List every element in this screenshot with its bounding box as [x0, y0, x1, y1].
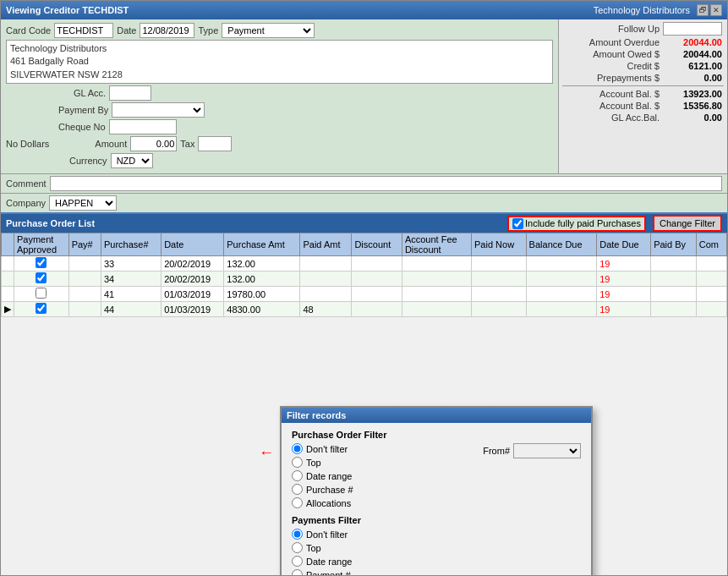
credit-label: Credit $: [564, 61, 663, 71]
th-acc-fee: Account FeeDiscount: [402, 233, 471, 256]
pay-approved-cell[interactable]: [14, 287, 69, 302]
po-radio-dont-filter-input[interactable]: [292, 443, 303, 454]
restore-button[interactable]: 🗗: [697, 4, 709, 16]
pur-amt-cell: 19780.00: [224, 287, 300, 302]
po-radio-top-input[interactable]: [292, 457, 303, 468]
gl-acc-input[interactable]: [109, 85, 151, 101]
com-cell: [696, 302, 726, 317]
po-radio-allocations-input[interactable]: [292, 497, 303, 508]
from-select[interactable]: [513, 443, 581, 458]
pay-approved-checkbox[interactable]: [36, 257, 47, 268]
title-bar: Viewing Creditor TECHDIST Technology Dis…: [1, 1, 727, 19]
include-fully-paid-checkbox[interactable]: [512, 218, 523, 229]
payments-filter-title: Payments Filter: [292, 515, 581, 525]
account-bal1-value: 13923.00: [663, 89, 722, 99]
table-row[interactable]: 3320/02/2019132.0019: [2, 256, 727, 272]
top-section: Card Code Date Type Payment Technology D…: [1, 19, 727, 174]
change-filter-button[interactable]: Change Filter: [653, 215, 722, 232]
gl-acc-bal-label: GL Acc.Bal.: [564, 112, 663, 123]
pur-amt-cell: 132.00: [224, 256, 300, 272]
close-button[interactable]: ✕: [710, 4, 722, 16]
acc-fee-cell: [402, 256, 471, 272]
amount-overdue-row: Amount Overdue 20044.00: [562, 36, 724, 48]
date-cell: 01/03/2019: [161, 302, 224, 317]
paid-by-cell: [651, 256, 697, 272]
include-fully-paid-label[interactable]: Include fully paid Purchases: [507, 216, 646, 232]
pay-radio-dont-filter: Don't filter: [292, 529, 581, 540]
pay-radio-payment-input[interactable]: [292, 569, 303, 575]
arrow-indicator: ←: [259, 444, 274, 462]
company-label: Company: [6, 198, 46, 208]
comment-input[interactable]: [50, 176, 722, 191]
pay-radio-date-range: Date range: [292, 556, 581, 567]
com-cell: [696, 272, 726, 287]
row-arrow: ▶: [2, 302, 14, 317]
paid-amt-cell: [300, 287, 352, 302]
amount-label: Amount: [95, 139, 127, 149]
bal-due-cell: [526, 287, 597, 302]
pay-cell: [68, 302, 101, 317]
paid-amt-cell: 48: [300, 302, 352, 317]
main-window: Viewing Creditor TECHDIST Technology Dis…: [0, 0, 728, 576]
credit-row: Credit $ 6121.00: [562, 60, 724, 72]
pay-approved-checkbox[interactable]: [36, 288, 47, 299]
cheque-input[interactable]: [109, 119, 177, 134]
acc-fee-cell: [402, 302, 471, 317]
table-row[interactable]: 3420/02/2019132.0019: [2, 272, 727, 287]
pay-approved-cell[interactable]: [14, 302, 69, 317]
card-code-input[interactable]: [54, 23, 113, 38]
paid-by-cell: [651, 302, 697, 317]
follow-up-input[interactable]: [663, 22, 722, 36]
date-due-cell: 19: [597, 287, 651, 302]
pay-radio-top-input[interactable]: [292, 542, 303, 553]
amount-owed-label: Amount Owed $: [564, 49, 663, 59]
include-fully-paid-text: Include fully paid Purchases: [525, 218, 641, 228]
po-radio-date-range: Date range: [292, 470, 353, 481]
gl-acc-bal-value: 0.00: [663, 112, 722, 123]
discount-cell: [352, 302, 402, 317]
pay-approved-cell[interactable]: [14, 256, 69, 272]
window-title: Viewing Creditor TECHDIST: [6, 5, 129, 15]
type-label: Type: [198, 25, 218, 36]
currency-select[interactable]: NZD: [111, 153, 153, 168]
po-table: PaymentApproved Pay# Purchase# Date Purc…: [1, 233, 727, 317]
th-arrow: [2, 233, 14, 256]
from-section: From#: [483, 443, 581, 458]
po-radio-date-range-input[interactable]: [292, 470, 303, 481]
table-container: PaymentApproved Pay# Purchase# Date Purc…: [1, 233, 727, 575]
paid-now-cell: [472, 302, 527, 317]
th-paid-now: Paid Now: [472, 233, 527, 256]
pay-approved-cell[interactable]: [14, 272, 69, 287]
acc-fee-cell: [402, 272, 471, 287]
acc-fee-cell: [402, 287, 471, 302]
purchase-cell: 34: [101, 272, 161, 287]
po-radio-group: Don't filter Top Date range: [292, 443, 353, 508]
pay-cell: [68, 256, 101, 272]
th-discount: Discount: [352, 233, 402, 256]
th-pay-approved: PaymentApproved: [14, 233, 69, 256]
address-line-3: SILVERWATER NSW 2128: [10, 69, 549, 81]
date-input[interactable]: [140, 23, 194, 38]
po-radio-purchase-input[interactable]: [292, 484, 303, 495]
amount-input[interactable]: [130, 136, 177, 151]
date-cell: 20/02/2019: [161, 272, 224, 287]
no-dollars-text: No Dollars: [6, 139, 49, 149]
po-radio-top: Top: [292, 457, 353, 468]
table-header-row: PaymentApproved Pay# Purchase# Date Purc…: [2, 233, 727, 256]
purchase-cell: 44: [101, 302, 161, 317]
po-radio-date-range-label: Date range: [306, 471, 352, 481]
discount-cell: [352, 272, 402, 287]
pay-radio-dont-filter-input[interactable]: [292, 529, 303, 540]
table-row[interactable]: 4101/03/201919780.0019: [2, 287, 727, 302]
pay-radio-date-range-input[interactable]: [292, 556, 303, 567]
pay-approved-checkbox[interactable]: [36, 272, 47, 283]
payment-by-select[interactable]: [112, 102, 205, 118]
prepayments-label: Prepayments $: [564, 73, 663, 83]
pay-approved-checkbox[interactable]: [36, 303, 47, 314]
table-row[interactable]: ▶4401/03/20194830.004819: [2, 302, 727, 317]
tax-input[interactable]: [198, 136, 232, 151]
company-select[interactable]: HAPPEN: [49, 195, 117, 211]
po-radio-allocations-label: Allocations: [306, 498, 351, 508]
cheque-label: Cheque No: [58, 122, 106, 132]
type-select[interactable]: Payment: [222, 23, 315, 38]
